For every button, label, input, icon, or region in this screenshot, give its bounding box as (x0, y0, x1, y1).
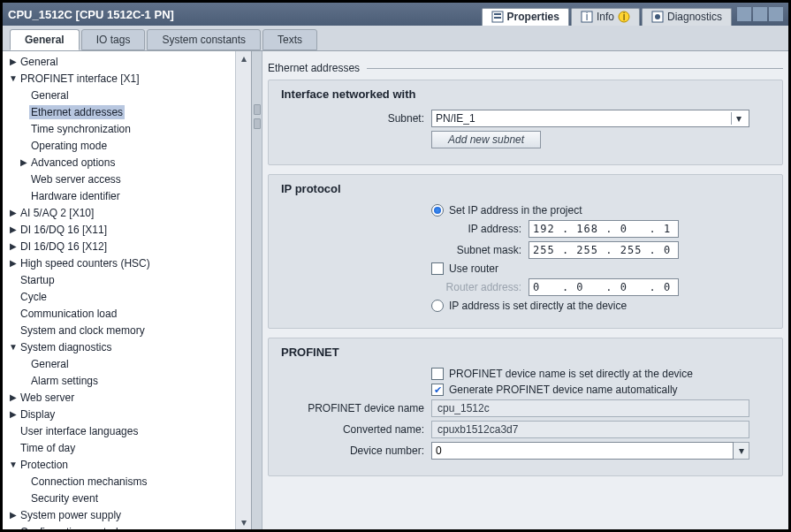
ip-address-field[interactable] (529, 220, 679, 238)
device-number-combo[interactable]: ▾ (431, 442, 749, 460)
panel-interface-networked: Interface networked with Subnet: PN/IE_1… (268, 80, 783, 165)
tree-collapse-icon[interactable]: ▼ (8, 342, 19, 352)
tree-item-label: Security event (29, 491, 100, 505)
checkbox-devname-auto-label: Generate PROFINET device name automatica… (449, 384, 678, 396)
tree-item[interactable]: ▶Display (6, 406, 235, 422)
checkbox-devname-auto[interactable] (431, 384, 444, 396)
tree-item[interactable]: Operating mode (6, 137, 235, 154)
tree-item[interactable]: Time synchronization (6, 120, 235, 137)
checkbox-devname-direct[interactable] (431, 368, 444, 380)
split: ▶General▼PROFINET interface [X1]GeneralE… (3, 51, 788, 529)
splitter-handle-icon[interactable] (254, 104, 261, 115)
tree-expand-icon[interactable]: ▶ (8, 224, 19, 234)
tree-item-label: System power supply (19, 508, 123, 522)
tree-expand-icon[interactable]: ▶ (8, 241, 19, 251)
panel-title: PROFINET (281, 346, 773, 359)
scroll-down-icon[interactable]: ▾ (236, 515, 251, 529)
tree-collapse-icon[interactable]: ▼ (8, 460, 19, 469)
tree-item[interactable]: General (6, 87, 235, 103)
tree-expand-icon[interactable]: ▶ (8, 392, 19, 402)
tree-item[interactable]: ▼System diagnostics (6, 338, 235, 355)
tree-item[interactable]: Connection mechanisms (6, 473, 235, 490)
tree-item-label: System and clock memory (19, 323, 147, 338)
ip-address-label: IP address: (281, 223, 529, 235)
inspector-tab-properties[interactable]: Properties (482, 8, 569, 26)
tree-item[interactable]: System and clock memory (6, 322, 235, 338)
tab-texts[interactable]: Texts (262, 29, 317, 50)
tree-item[interactable]: Ethernet addresses (6, 103, 235, 120)
tree-expand-icon[interactable]: ▶ (8, 57, 19, 66)
tab-io-tags[interactable]: IO tags (81, 29, 146, 50)
svg-text:i: i (623, 11, 626, 23)
tree-expand-icon[interactable]: ▶ (8, 258, 19, 268)
add-subnet-button[interactable]: Add new subnet (431, 131, 541, 148)
tree-item[interactable]: ▶AI 5/AQ 2 [X10] (6, 204, 235, 221)
inspector-tab-info[interactable]: i Info i (571, 8, 640, 26)
tree-item[interactable]: Security event (6, 490, 235, 506)
subnet-label: Subnet: (281, 112, 431, 125)
tabstrip: General IO tags System constants Texts (3, 26, 788, 51)
panel-ip-protocol: IP protocol Set IP address in the projec… (268, 174, 783, 329)
tree-item-label: Time synchronization (29, 122, 133, 136)
tab-general[interactable]: General (10, 29, 80, 50)
tree-expand-icon[interactable]: ▶ (8, 208, 19, 217)
tree-item[interactable]: User interface languages (6, 422, 235, 439)
tree-expand-icon[interactable]: ▶ (8, 409, 19, 419)
tree-expand-icon[interactable]: ▶ (19, 157, 29, 167)
chevron-down-icon[interactable]: ▾ (731, 112, 745, 125)
titlebar: CPU_1512C [CPU 1512C-1 PN] Properties i … (3, 3, 788, 26)
profinet-devname-field[interactable]: cpu_1512c (431, 399, 749, 417)
subnet-value: PN/IE_1 (436, 112, 475, 125)
radio-set-in-project[interactable] (431, 204, 444, 217)
scroll-up-icon[interactable]: ▴ (236, 51, 251, 65)
tree-item[interactable]: Time of day (6, 439, 235, 456)
tree-item[interactable]: ▶High speed counters (HSC) (6, 255, 235, 271)
tree-item[interactable]: Communication load (6, 305, 235, 322)
subnet-combo[interactable]: PN/IE_1 ▾ (431, 110, 749, 127)
tree-item[interactable]: ▶System power supply (6, 506, 235, 523)
tree-item[interactable]: ▶General (6, 53, 235, 70)
tree-item[interactable]: Configuration control (6, 523, 235, 529)
tree-item[interactable]: Startup (6, 271, 235, 288)
tree-item[interactable]: Web server access (6, 171, 235, 187)
tree-collapse-icon[interactable]: ▼ (8, 73, 19, 83)
tree-item[interactable]: Alarm settings (6, 372, 235, 389)
window: CPU_1512C [CPU 1512C-1 PN] Properties i … (0, 0, 791, 532)
collapse-icon[interactable] (737, 7, 751, 21)
inspector-tab-diagnostics[interactable]: Diagnostics (642, 8, 732, 26)
properties-icon (491, 11, 504, 23)
nav-scrollbar[interactable]: ▴ ▾ (235, 51, 251, 529)
expand-icon[interactable] (753, 7, 767, 21)
subnet-mask-field[interactable] (529, 241, 679, 259)
pin-icon[interactable] (769, 7, 783, 21)
splitter-handle-icon[interactable] (254, 118, 261, 129)
panel-title: Interface networked with (281, 87, 773, 101)
tree-item[interactable]: General (6, 355, 235, 372)
tree-item[interactable]: ▶Web server (6, 389, 235, 406)
checkbox-use-router[interactable] (431, 262, 444, 275)
tree-item-label: General (19, 55, 60, 69)
tab-system-constants[interactable]: System constants (147, 29, 261, 50)
splitter-gutter[interactable] (252, 51, 262, 529)
svg-rect-2 (494, 17, 501, 19)
tree-item[interactable]: ▶DI 16/DQ 16 [X12] (6, 238, 235, 255)
inspector-tabs: Properties i Info i Diagnostics (482, 3, 732, 26)
chevron-down-icon[interactable]: ▾ (734, 442, 749, 460)
radio-set-at-device[interactable] (431, 300, 444, 312)
tree-item[interactable]: ▼Protection (6, 456, 235, 473)
tree-item[interactable]: ▶DI 16/DQ 16 [X11] (6, 221, 235, 238)
tree-item-label: DI 16/DQ 16 [X12] (19, 239, 109, 254)
tree-item-label: Communication load (19, 307, 118, 321)
tree-item[interactable]: ▶Advanced options (6, 154, 235, 171)
tree-item[interactable]: Cycle (6, 288, 235, 305)
svg-point-8 (655, 14, 660, 19)
tree-item-label: Operating mode (29, 139, 109, 153)
converted-name-field: cpuxb1512ca3d7 (431, 421, 749, 438)
page-heading: Ethernet addresses (268, 62, 367, 74)
tree-expand-icon[interactable]: ▶ (8, 510, 19, 520)
tree-item[interactable]: ▼PROFINET interface [X1] (6, 70, 235, 87)
window-title: CPU_1512C [CPU 1512C-1 PN] (8, 8, 174, 21)
tree-item[interactable]: Hardware identifier (6, 187, 235, 204)
device-number-input[interactable] (431, 442, 734, 460)
nav-tree[interactable]: ▶General▼PROFINET interface [X1]GeneralE… (3, 51, 235, 529)
